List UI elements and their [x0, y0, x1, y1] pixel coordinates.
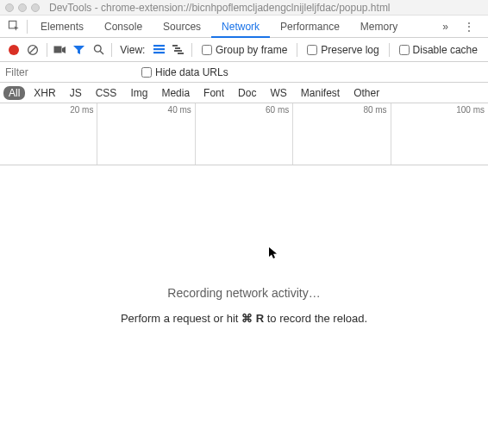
preserve-log-label: Preserve log	[321, 44, 379, 56]
clear-icon[interactable]	[24, 44, 41, 56]
panel-tabs: Elements Console Sources Network Perform…	[0, 16, 488, 38]
svg-rect-12	[178, 53, 184, 54]
type-font[interactable]: Font	[198, 86, 229, 100]
group-by-frame-label: Group by frame	[216, 44, 287, 56]
preserve-log-checkbox[interactable]: Preserve log	[307, 44, 379, 56]
type-manifest[interactable]: Manifest	[296, 86, 345, 100]
svg-point-4	[94, 46, 101, 53]
disable-cache-checkbox[interactable]: Disable cache	[399, 44, 478, 56]
svg-rect-10	[175, 47, 180, 49]
type-img[interactable]: Img	[125, 86, 153, 100]
separator	[27, 20, 28, 34]
separator	[191, 43, 192, 57]
filter-icon[interactable]	[71, 45, 88, 55]
timeline-tick: 100 ms	[456, 105, 485, 115]
hide-data-urls-label: Hide data URLs	[155, 66, 228, 78]
preserve-log-input[interactable]	[307, 45, 317, 55]
hide-data-urls-input[interactable]	[141, 67, 152, 78]
hide-data-urls-checkbox[interactable]: Hide data URLs	[141, 66, 228, 78]
svg-rect-6	[153, 45, 165, 47]
timeline-overview[interactable]: 20 ms 40 ms 60 ms 80 ms 100 ms	[0, 103, 488, 165]
svg-rect-3	[54, 46, 62, 53]
separator	[297, 43, 297, 57]
type-all[interactable]: All	[3, 86, 25, 100]
kebab-menu-icon[interactable]: ⋮	[460, 21, 478, 33]
type-css[interactable]: CSS	[91, 86, 122, 100]
large-rows-icon[interactable]	[150, 45, 167, 54]
svg-rect-7	[153, 48, 165, 50]
type-doc[interactable]: Doc	[233, 86, 261, 100]
type-ws[interactable]: WS	[265, 86, 291, 100]
group-by-frame-input[interactable]	[202, 45, 212, 55]
record-button[interactable]	[5, 45, 22, 55]
timeline-tick: 20 ms	[70, 105, 93, 115]
empty-headline: Recording network activity…	[167, 286, 320, 300]
tab-memory[interactable]: Memory	[350, 16, 408, 38]
type-xhr[interactable]: XHR	[28, 86, 60, 100]
type-js[interactable]: JS	[65, 86, 87, 100]
svg-rect-11	[174, 50, 182, 52]
window-title: DevTools - chrome-extension://bicnhpofle…	[49, 2, 391, 14]
overflow-icon[interactable]: »	[439, 21, 452, 33]
search-icon[interactable]	[90, 44, 107, 55]
separator	[111, 43, 112, 57]
filter-bar: Hide data URLs	[0, 62, 488, 83]
tab-performance[interactable]: Performance	[270, 16, 350, 38]
tab-network[interactable]: Network	[211, 16, 270, 38]
separator	[47, 43, 47, 57]
timeline-tick: 40 ms	[168, 105, 191, 115]
svg-line-5	[100, 51, 103, 54]
resource-type-bar: All XHR JS CSS Img Media Font Doc WS Man…	[0, 83, 488, 103]
tab-elements[interactable]: Elements	[30, 16, 94, 38]
svg-rect-8	[153, 52, 165, 53]
waterfall-icon[interactable]	[170, 45, 187, 54]
inspect-element-icon[interactable]	[3, 16, 24, 37]
traffic-close[interactable]	[5, 3, 14, 12]
traffic-zoom[interactable]	[31, 3, 40, 12]
disable-cache-input[interactable]	[399, 45, 410, 55]
filter-input[interactable]	[2, 65, 131, 80]
tab-console[interactable]: Console	[94, 16, 153, 38]
camera-icon[interactable]	[52, 45, 69, 55]
svg-line-2	[30, 47, 37, 53]
tab-sources[interactable]: Sources	[153, 16, 211, 38]
window-titlebar: DevTools - chrome-extension://bicnhpofle…	[0, 0, 488, 16]
network-toolbar: View: Group by frame Preserve log Disabl…	[0, 38, 488, 62]
view-label: View:	[120, 44, 145, 56]
timeline-tick: 60 ms	[266, 105, 289, 115]
type-other[interactable]: Other	[348, 86, 385, 100]
traffic-minimize[interactable]	[18, 3, 27, 12]
disable-cache-label: Disable cache	[413, 44, 478, 56]
separator	[389, 43, 390, 57]
timeline-tick: 80 ms	[363, 105, 386, 115]
svg-rect-9	[172, 45, 178, 47]
group-by-frame-checkbox[interactable]: Group by frame	[202, 44, 287, 56]
empty-subtext: Perform a request or hit ⌘ R to record t…	[121, 312, 367, 325]
type-media[interactable]: Media	[156, 86, 195, 100]
empty-state: Recording network activity… Perform a re…	[0, 165, 488, 325]
